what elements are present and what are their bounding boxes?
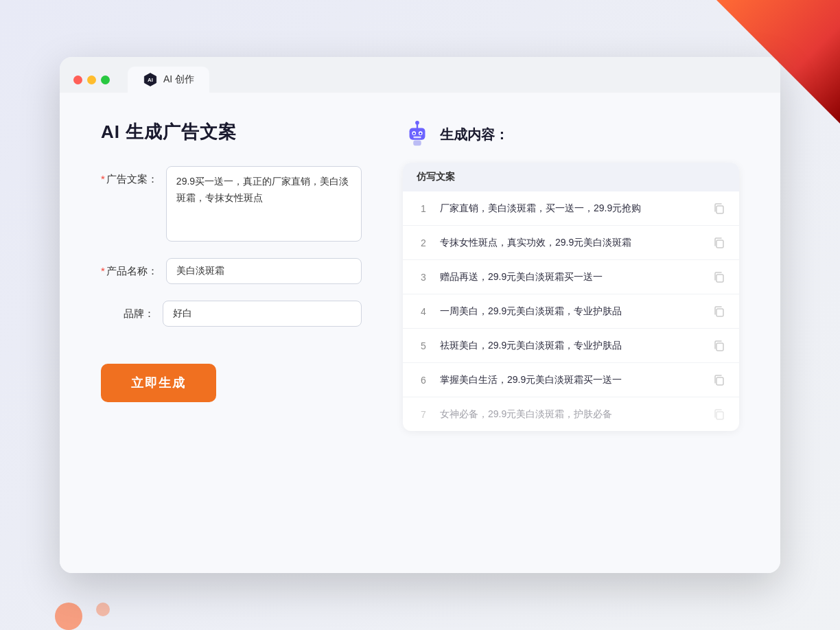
result-row-6: 6 掌握美白生活，29.9元美白淡斑霜买一送一 <box>403 363 739 397</box>
row-text-5: 祛斑美白，29.9元美白淡斑霜，专业护肤品 <box>440 338 703 353</box>
ai-tab-icon: AI <box>143 72 158 87</box>
result-row-7: 7 女神必备，29.9元美白淡斑霜，护肤必备 <box>403 397 739 431</box>
tab-label: AI 创作 <box>163 73 194 86</box>
svg-rect-16 <box>716 377 723 385</box>
copy-icon-2[interactable] <box>713 237 725 249</box>
tab-ai-creation[interactable]: AI AI 创作 <box>128 67 209 93</box>
brand-label: 品牌： <box>101 301 163 320</box>
svg-rect-13 <box>716 275 723 282</box>
bg-decoration-bottom-left2 <box>96 603 110 616</box>
svg-rect-9 <box>413 137 421 138</box>
svg-point-7 <box>413 132 415 135</box>
required-star-1: * <box>101 173 105 185</box>
copy-icon-6[interactable] <box>713 374 725 386</box>
form-row-product-name: *产品名称： <box>101 258 362 284</box>
svg-rect-12 <box>716 240 723 248</box>
product-name-label: *产品名称： <box>101 258 166 278</box>
row-text-6: 掌握美白生活，29.9元美白淡斑霜买一送一 <box>440 373 703 387</box>
result-row-3: 3 赠品再送，29.9元美白淡斑霜买一送一 <box>403 260 739 294</box>
ad-copy-label: *广告文案： <box>101 166 166 186</box>
svg-rect-10 <box>413 141 421 146</box>
page-title: AI 生成广告文案 <box>101 120 362 144</box>
row-text-4: 一周美白，29.9元美白淡斑霜，专业护肤品 <box>440 304 703 318</box>
row-num-6: 6 <box>417 375 430 386</box>
browser-window: AI AI 创作 AI 生成广告文案 *广告文案： 29.9买一送一，真正的厂家… <box>60 57 780 573</box>
left-panel: AI 生成广告文案 *广告文案： 29.9买一送一，真正的厂家直销，美白淡斑霜，… <box>101 120 362 546</box>
svg-rect-17 <box>716 412 723 419</box>
traffic-light-yellow[interactable] <box>87 75 96 84</box>
copy-icon-1[interactable] <box>713 202 725 215</box>
row-num-7: 7 <box>417 409 430 420</box>
row-num-3: 3 <box>417 272 430 283</box>
svg-point-3 <box>415 121 419 125</box>
brand-input[interactable] <box>163 301 362 327</box>
traffic-light-green[interactable] <box>101 75 110 84</box>
result-row-2: 2 专抹女性斑点，真实功效，29.9元美白淡斑霜 <box>403 226 739 260</box>
form-row-brand: 品牌： <box>101 301 362 327</box>
row-num-1: 1 <box>417 203 430 214</box>
browser-content: AI 生成广告文案 *广告文案： 29.9买一送一，真正的厂家直销，美白淡斑霜，… <box>60 93 780 573</box>
svg-text:AI: AI <box>148 77 153 83</box>
row-text-2: 专抹女性斑点，真实功效，29.9元美白淡斑霜 <box>440 235 703 250</box>
browser-chrome: AI AI 创作 <box>60 57 780 93</box>
svg-rect-15 <box>716 343 723 351</box>
row-num-4: 4 <box>417 306 430 317</box>
copy-icon-4[interactable] <box>713 305 725 318</box>
result-title: 生成内容： <box>440 126 509 144</box>
result-table-header: 仿写文案 <box>403 163 739 191</box>
svg-point-8 <box>419 132 421 135</box>
copy-icon-3[interactable] <box>713 271 725 283</box>
row-num-5: 5 <box>417 340 430 351</box>
result-table: 仿写文案 1 厂家直销，美白淡斑霜，买一送一，29.9元抢购 2 专抹女性斑点，… <box>403 163 739 431</box>
traffic-light-red[interactable] <box>73 75 82 84</box>
form-row-ad-copy: *广告文案： 29.9买一送一，真正的厂家直销，美白淡斑霜，专抹女性斑点 <box>101 166 362 242</box>
copy-icon-7[interactable] <box>713 408 725 421</box>
result-row-4: 4 一周美白，29.9元美白淡斑霜，专业护肤品 <box>403 294 739 329</box>
ad-copy-input[interactable]: 29.9买一送一，真正的厂家直销，美白淡斑霜，专抹女性斑点 <box>166 166 362 242</box>
result-row-1: 1 厂家直销，美白淡斑霜，买一送一，29.9元抢购 <box>403 191 739 226</box>
required-star-2: * <box>101 265 105 277</box>
svg-rect-14 <box>716 309 723 316</box>
row-text-1: 厂家直销，美白淡斑霜，买一送一，29.9元抢购 <box>440 201 703 215</box>
svg-rect-11 <box>716 206 723 213</box>
row-num-2: 2 <box>417 237 430 248</box>
robot-icon <box>403 120 432 149</box>
result-header: 生成内容： <box>403 120 739 149</box>
product-name-input[interactable] <box>166 258 362 284</box>
result-row-5: 5 祛斑美白，29.9元美白淡斑霜，专业护肤品 <box>403 329 739 363</box>
tab-bar: AI AI 创作 <box>128 67 209 93</box>
generate-button[interactable]: 立即生成 <box>101 364 216 402</box>
traffic-lights <box>73 75 110 84</box>
bg-decoration-bottom-left <box>55 603 82 630</box>
right-panel: 生成内容： 仿写文案 1 厂家直销，美白淡斑霜，买一送一，29.9元抢购 2 <box>403 120 739 546</box>
row-text-7: 女神必备，29.9元美白淡斑霜，护肤必备 <box>440 407 703 421</box>
row-text-3: 赠品再送，29.9元美白淡斑霜买一送一 <box>440 270 703 284</box>
copy-icon-5[interactable] <box>713 340 725 352</box>
